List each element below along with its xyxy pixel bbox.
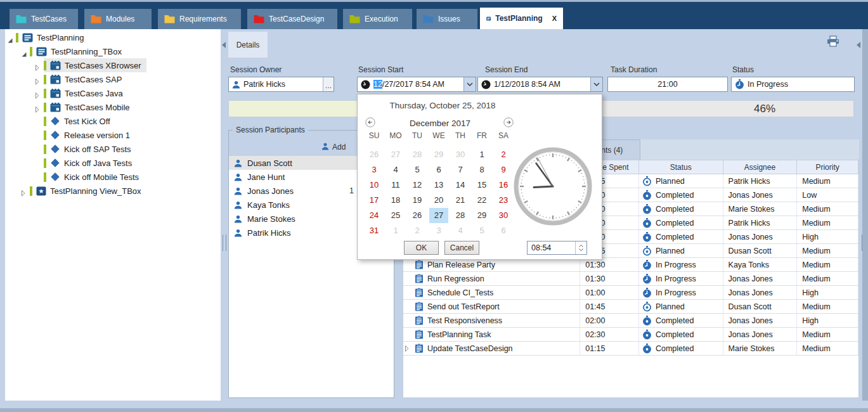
- tree-item-testcases-java[interactable]: TestCases Java: [5, 86, 221, 100]
- tree-collapse-arrow[interactable]: [222, 42, 226, 48]
- app-tab-testcases[interactable]: TestCases: [10, 9, 78, 29]
- row-expander[interactable]: [405, 345, 409, 352]
- calendar-day[interactable]: 16: [494, 177, 513, 193]
- calendar-day[interactable]: 26: [408, 208, 427, 223]
- next-month-icon[interactable]: [503, 117, 514, 127]
- calendar-day[interactable]: 23: [494, 193, 513, 208]
- calendar-day[interactable]: 15: [472, 177, 491, 193]
- tree-item-testplanning[interactable]: TestPlanning: [5, 30, 221, 44]
- calendar-day[interactable]: 28: [451, 208, 470, 223]
- session-start-dropdown-button[interactable]: [463, 77, 476, 91]
- calendar-day[interactable]: 19: [408, 193, 427, 208]
- calendar-day[interactable]: 20: [429, 193, 448, 208]
- task-row[interactable]: Update TestCaseDesign01:15CompletedMarie…: [403, 342, 858, 356]
- calendar-day[interactable]: 4: [451, 223, 470, 238]
- calendar-day[interactable]: 12: [408, 177, 427, 193]
- task-row[interactable]: Schedule CI_Tests01:00In ProgressJonas J…: [403, 286, 858, 300]
- tree-item-testcases-sap[interactable]: TestCases SAP: [5, 72, 221, 86]
- calendar-day[interactable]: 25: [386, 208, 405, 223]
- calendar-day[interactable]: 1: [472, 147, 491, 162]
- calendar-day[interactable]: 27: [386, 147, 405, 162]
- tree-item-testplanning-tbox[interactable]: TestPlanning_TBox: [5, 44, 221, 58]
- tree-item-testcases-xbrowser[interactable]: TestCases XBrowser: [5, 58, 221, 72]
- task-row[interactable]: TestPlanning Task02:30CompletedJonas Jon…: [403, 328, 858, 342]
- column-header[interactable]: Status: [639, 160, 723, 174]
- tab-details[interactable]: Details: [228, 32, 268, 58]
- calendar-day[interactable]: 14: [451, 177, 470, 193]
- tree-item-kick-off-sap-tests[interactable]: Kick off SAP Tests: [5, 142, 221, 156]
- app-tab-testplanning[interactable]: TestPlanningX: [480, 8, 563, 29]
- calendar-day[interactable]: 4: [386, 162, 405, 177]
- calendar-day[interactable]: 17: [365, 193, 384, 208]
- calendar-day[interactable]: 8: [472, 162, 491, 177]
- person-icon: [234, 229, 242, 237]
- calendar-day[interactable]: 2: [494, 147, 513, 162]
- calendar-day[interactable]: 30: [494, 208, 513, 223]
- tree-item-kick-off-mobile-tests[interactable]: Kick off Mobile Tests: [5, 170, 221, 184]
- task-row[interactable]: Send out TestReport01:45PlannedDusan Sco…: [403, 300, 858, 314]
- calendar-day[interactable]: 26: [365, 147, 384, 162]
- column-header[interactable]: Priority: [797, 160, 858, 174]
- calendar-day[interactable]: 3: [365, 162, 384, 177]
- task-duration-field[interactable]: 21:00: [607, 77, 728, 92]
- calendar-day[interactable]: 7: [451, 162, 470, 177]
- calendar-day[interactable]: 18: [386, 193, 405, 208]
- calendar-day[interactable]: 30: [451, 147, 470, 162]
- session-owner-field[interactable]: Patrik Hicks …: [228, 77, 334, 92]
- calendar-day[interactable]: 29: [429, 147, 448, 162]
- calendar-day[interactable]: 31: [365, 223, 384, 238]
- tree-item-testplanning-view-tbox[interactable]: ★TestPlanning View_TBox: [5, 184, 221, 198]
- diamond-icon: [50, 130, 60, 140]
- app-tab-testcasedesign[interactable]: TestCaseDesign: [247, 9, 337, 29]
- right-collapse-arrow[interactable]: [857, 42, 860, 48]
- print-icon[interactable]: [826, 35, 840, 50]
- session-end-dropdown-button[interactable]: [590, 77, 602, 91]
- time-spinner[interactable]: [575, 241, 586, 254]
- calendar-day[interactable]: 5: [408, 162, 427, 177]
- calendar-day[interactable]: 5: [472, 223, 491, 238]
- tree-item-test-kick-off[interactable]: Test Kick Off: [5, 114, 221, 128]
- app-tab-execution[interactable]: Execution: [343, 9, 412, 29]
- task-row[interactable]: Plan Release Party01:30In ProgressKaya T…: [403, 258, 858, 272]
- calendar-day[interactable]: 13: [429, 177, 448, 193]
- tree-item-kick-off-java-tests[interactable]: Kick off Java Tests: [5, 156, 221, 170]
- calendar-day[interactable]: 9: [494, 162, 513, 177]
- calendar-day[interactable]: 27: [429, 208, 448, 223]
- diamond-icon: [50, 158, 60, 168]
- ok-button[interactable]: OK: [404, 241, 439, 255]
- calendar-day[interactable]: 10: [365, 177, 384, 193]
- app-tab-requirements[interactable]: Requirements: [158, 9, 241, 29]
- task-priority: Medium: [802, 344, 830, 353]
- tree-expander[interactable]: [22, 188, 25, 199]
- calendar-day[interactable]: 1: [386, 223, 405, 238]
- task-row[interactable]: Run Regression01:30In ProgressJonas Jone…: [403, 272, 858, 286]
- task-row[interactable]: Test Responsiveness02:00CompletedJonas J…: [403, 314, 858, 328]
- green-bar: [16, 33, 18, 42]
- calendar-day[interactable]: 24: [365, 208, 384, 223]
- owner-browse-button[interactable]: …: [323, 77, 334, 91]
- calendar-day[interactable]: 6: [494, 223, 513, 238]
- tree-item-release-version-1[interactable]: Release version 1: [5, 128, 221, 142]
- prev-month-icon[interactable]: [365, 117, 375, 127]
- session-end-field[interactable]: 1/12/2018 8:54 AM: [477, 77, 603, 92]
- time-input[interactable]: 08:54: [527, 241, 587, 255]
- cancel-button[interactable]: Cancel: [444, 241, 479, 255]
- close-tab-icon[interactable]: X: [552, 15, 557, 22]
- calendar-day[interactable]: 11: [386, 177, 405, 193]
- session-start-field[interactable]: 12/27/2017 8:54 AM: [357, 77, 476, 92]
- tree-splitter-grip[interactable]: [223, 235, 226, 251]
- calendar-day[interactable]: 2: [408, 223, 427, 238]
- status-field[interactable]: In Progress: [731, 77, 855, 92]
- calendar-day[interactable]: 3: [429, 223, 448, 238]
- add-participant-button[interactable]: Add: [321, 141, 346, 153]
- calendar-day[interactable]: 22: [472, 193, 491, 208]
- calendar-day[interactable]: 29: [472, 208, 491, 223]
- app-tab-modules[interactable]: Modules: [84, 9, 152, 29]
- calendar-day[interactable]: 6: [429, 162, 448, 177]
- app-tab-issues[interactable]: Issues: [417, 9, 477, 29]
- calendar-day[interactable]: 28: [408, 147, 427, 162]
- picker-month-label[interactable]: December 2017: [396, 119, 484, 128]
- calendar-day[interactable]: 21: [451, 193, 470, 208]
- tree-item-testcases-mobile[interactable]: TestCases Mobile: [5, 100, 221, 114]
- column-header[interactable]: Assignee: [723, 160, 798, 174]
